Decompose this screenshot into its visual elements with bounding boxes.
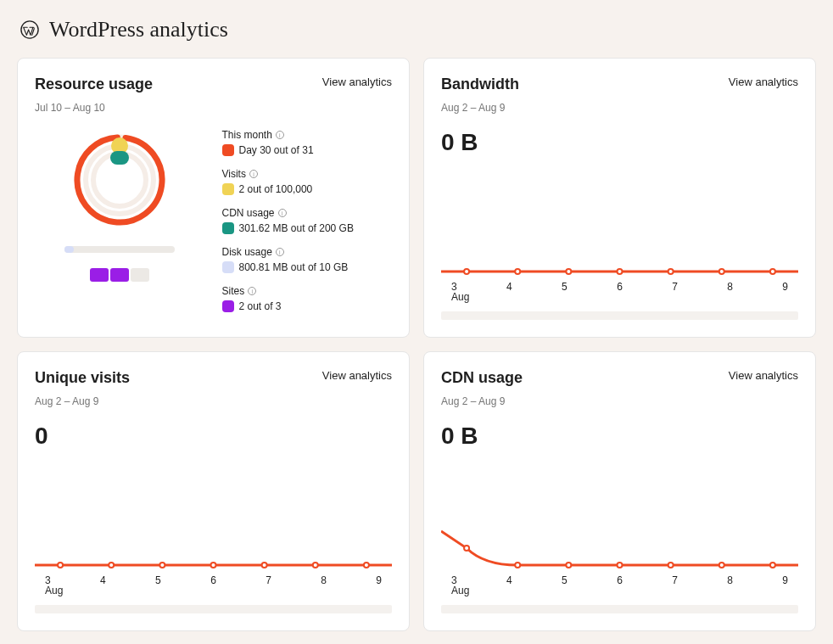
svg-point-0 [21,21,38,38]
svg-point-12 [770,269,775,274]
resource-donut-chart [69,129,171,231]
date-range: Aug 2 – Aug 9 [35,395,392,407]
x-axis-month: Aug [441,291,798,303]
date-range: Aug 2 – Aug 9 [441,102,798,114]
x-axis-month: Aug [441,585,798,596]
disk-usage-bar [64,246,175,253]
legend-sites: Sites i 2 out of 3 [222,285,393,312]
legend-label-text: CDN usage [222,207,275,219]
legend-disk: Disk usage i 800.81 MB out of 10 GB [222,246,393,273]
date-range: Aug 2 – Aug 9 [441,395,798,407]
info-icon[interactable]: i [249,170,258,178]
svg-point-18 [262,563,267,568]
legend-label-text: This month [222,129,272,141]
info-icon[interactable]: i [248,287,256,295]
chart-range-slider[interactable] [441,605,798,613]
svg-point-19 [313,563,318,568]
svg-point-9 [617,269,622,274]
svg-point-10 [668,269,674,274]
wordpress-logo-icon [20,20,39,39]
chart-range-slider[interactable] [441,311,798,320]
swatch-icon [222,183,234,195]
swatch-icon [222,300,234,312]
swatch-icon [222,222,234,234]
svg-point-27 [770,563,775,568]
legend-label-text: Disk usage [222,246,272,258]
svg-point-14 [58,563,63,568]
legend-this-month: This month i Day 30 out of 31 [222,129,393,156]
info-icon[interactable]: i [276,131,284,139]
metric-big-value: 0 B [441,129,798,156]
svg-point-11 [719,269,724,274]
swatch-icon [222,261,234,273]
legend-visits: Visits i 2 out of 100,000 [222,168,393,195]
svg-point-16 [159,563,165,568]
svg-point-20 [364,563,369,568]
card-title: Bandwidth [441,76,519,93]
donut-cdn-marker [110,151,129,165]
svg-point-26 [719,563,724,568]
page-title: WordPress analytics [49,17,228,42]
swatch-icon [222,144,234,156]
svg-point-21 [464,546,469,551]
legend-value: 800.81 MB out of 10 GB [239,261,349,273]
card-title: Resource usage [35,76,153,93]
svg-point-7 [515,269,520,274]
svg-point-17 [210,563,215,568]
legend-label-text: Visits [222,168,246,180]
metric-big-value: 0 [35,423,392,450]
view-analytics-link[interactable]: View analytics [322,76,392,88]
svg-point-24 [617,563,622,568]
svg-point-15 [109,563,114,568]
card-resource-usage: Resource usage View analytics Jul 10 – A… [17,58,410,338]
legend-value: 301.62 MB out of 200 GB [239,222,354,234]
bandwidth-chart: 345 678 9 Aug [441,233,798,320]
legend-value: 2 out of 100,000 [239,183,313,195]
card-unique-visits: Unique visits View analytics Aug 2 – Aug… [17,351,410,631]
legend-value: Day 30 out of 31 [239,144,314,156]
chart-range-slider[interactable] [35,605,392,613]
card-title: Unique visits [35,369,130,387]
svg-point-6 [464,269,469,274]
view-analytics-link[interactable]: View analytics [729,76,798,88]
info-icon[interactable]: i [278,209,287,217]
legend-label-text: Sites [222,285,245,297]
view-analytics-link[interactable]: View analytics [729,369,798,382]
date-range: Jul 10 – Aug 10 [35,102,392,114]
svg-point-25 [668,563,674,568]
view-analytics-link[interactable]: View analytics [322,369,392,382]
legend-value: 2 out of 3 [239,300,282,312]
visits-chart: 345 678 9 Aug [35,527,392,613]
cdn-chart: 345 678 9 Aug [441,527,798,613]
page-header: WordPress analytics [20,17,816,42]
svg-point-22 [515,563,520,568]
legend-cdn: CDN usage i 301.62 MB out of 200 GB [222,207,393,234]
card-cdn-usage: CDN usage View analytics Aug 2 – Aug 9 0… [423,351,816,631]
sites-usage-bar [90,268,149,282]
metric-big-value: 0 B [441,423,798,450]
info-icon[interactable]: i [276,248,284,256]
card-bandwidth: Bandwidth View analytics Aug 2 – Aug 9 0… [423,58,816,338]
x-axis-month: Aug [35,585,392,596]
card-title: CDN usage [441,369,523,387]
svg-point-23 [566,563,571,568]
svg-point-8 [566,269,571,274]
